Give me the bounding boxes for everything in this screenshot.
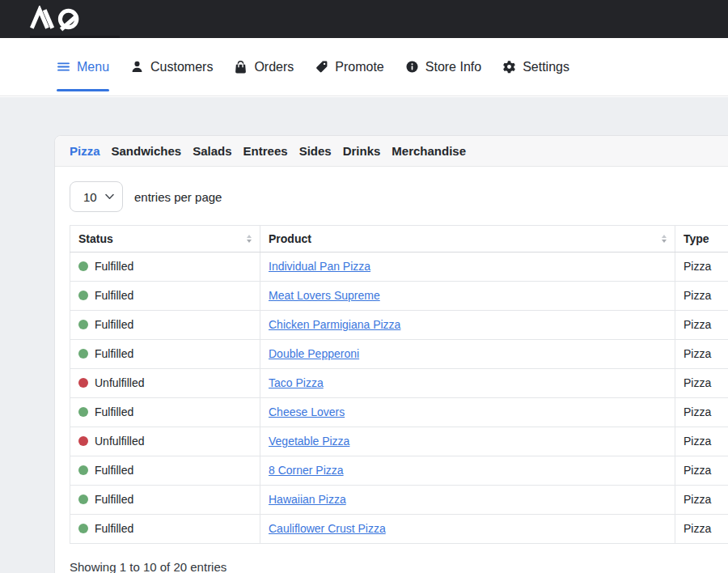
product-link[interactable]: Vegetable Pizza <box>269 435 349 448</box>
product-cell: Vegetable Pizza <box>260 427 675 456</box>
status-cell: Unfulfilled <box>70 427 260 456</box>
product-link[interactable]: Hawaiian Pizza <box>269 493 346 506</box>
type-cell: Pizza <box>675 398 728 427</box>
tab-pizza[interactable]: Pizza <box>70 144 100 158</box>
type-label: Pizza <box>684 318 711 331</box>
type-label: Pizza <box>684 405 711 418</box>
main-nav: Menu Customers Orders Promote Store Info… <box>0 38 728 96</box>
table-row: Fulfilled Cauliflower Crust Pizza Pizza <box>70 515 728 544</box>
status-label: Unfulfilled <box>95 435 144 448</box>
product-link[interactable]: Double Pepperoni <box>269 347 359 360</box>
card-body: 10 entries per page Status <box>55 167 728 573</box>
type-cell: Pizza <box>675 282 728 311</box>
product-link[interactable]: Taco Pizza <box>269 376 324 389</box>
table-row: Fulfilled Chicken Parmigiana Pizza Pizza <box>70 311 728 340</box>
column-header-product[interactable]: Product <box>260 226 675 253</box>
status-cell: Fulfilled <box>70 515 260 544</box>
status-label: Fulfilled <box>95 289 133 302</box>
table-row: Fulfilled Cheese Lovers Pizza <box>70 398 728 427</box>
column-label: Type <box>684 232 709 245</box>
nav-items: Menu Customers Orders Promote Store Info… <box>0 38 728 96</box>
type-label: Pizza <box>684 464 711 477</box>
status-cell: Fulfilled <box>70 486 260 515</box>
product-cell: Double Pepperoni <box>260 340 675 369</box>
product-link[interactable]: Cheese Lovers <box>269 405 345 418</box>
tab-drinks[interactable]: Drinks <box>343 144 381 158</box>
status-dot-icon <box>78 494 88 504</box>
product-cell: Chicken Parmigiana Pizza <box>260 311 675 340</box>
product-link[interactable]: Chicken Parmigiana Pizza <box>269 318 400 331</box>
nav-item-promote[interactable]: Promote <box>315 38 383 96</box>
product-cell: Cauliflower Crust Pizza <box>260 515 675 544</box>
type-cell: Pizza <box>675 369 728 398</box>
type-label: Pizza <box>684 522 711 535</box>
type-label: Pizza <box>684 289 711 302</box>
sort-arrows-icon <box>662 235 667 243</box>
table-row: Unfulfilled Taco Pizza Pizza <box>70 369 728 398</box>
tab-salads[interactable]: Salads <box>193 144 231 158</box>
tab-sides[interactable]: Sides <box>299 144 332 158</box>
page-size-select-wrap: 10 <box>70 181 123 212</box>
status-cell: Fulfilled <box>70 340 260 369</box>
tab-merchandise[interactable]: Merchandise <box>392 144 466 158</box>
type-cell: Pizza <box>675 456 728 486</box>
status-cell: Fulfilled <box>70 456 260 486</box>
status-dot-icon <box>78 378 88 388</box>
table-header-row: Status Product Type <box>70 226 728 253</box>
type-cell: Pizza <box>675 311 728 340</box>
gear-icon <box>502 60 516 74</box>
column-header-type[interactable]: Type <box>675 226 728 253</box>
nav-item-label: Store Info <box>425 60 481 74</box>
menu-card: PizzaSandwichesSaladsEntreesSidesDrinksM… <box>54 135 728 573</box>
status-dot-icon <box>78 261 88 271</box>
type-label: Pizza <box>684 376 711 389</box>
product-link[interactable]: Individual Pan Pizza <box>269 260 370 273</box>
page-size-select[interactable]: 10 <box>70 181 123 212</box>
product-cell: Meat Lovers Supreme <box>260 282 675 311</box>
type-cell: Pizza <box>675 515 728 544</box>
product-link[interactable]: Meat Lovers Supreme <box>269 289 380 302</box>
table-row: Unfulfilled Vegetable Pizza Pizza <box>70 427 728 456</box>
nav-item-orders[interactable]: Orders <box>234 38 294 96</box>
product-cell: Taco Pizza <box>260 369 675 398</box>
menu-icon <box>57 60 70 74</box>
status-cell: Unfulfilled <box>70 369 260 398</box>
nav-item-label: Orders <box>254 60 294 74</box>
nav-item-store-info[interactable]: Store Info <box>405 38 481 96</box>
product-link[interactable]: 8 Corner Pizza <box>269 464 344 477</box>
nav-item-customers[interactable]: Customers <box>130 38 213 96</box>
status-cell: Fulfilled <box>70 398 260 427</box>
info-icon <box>405 60 419 74</box>
nav-item-menu[interactable]: Menu <box>57 38 109 96</box>
status-label: Fulfilled <box>95 464 133 477</box>
tab-entrees[interactable]: Entrees <box>243 144 288 158</box>
status-dot-icon <box>78 349 88 359</box>
bag-icon <box>234 60 248 74</box>
type-label: Pizza <box>684 347 711 360</box>
nav-item-label: Customers <box>150 60 213 74</box>
column-header-status[interactable]: Status <box>70 226 260 253</box>
nav-item-settings[interactable]: Settings <box>502 38 569 96</box>
type-label: Pizza <box>684 435 711 448</box>
sort-arrows-icon <box>247 235 252 243</box>
tab-sandwiches[interactable]: Sandwiches <box>112 144 182 158</box>
type-cell: Pizza <box>675 340 728 369</box>
tag-icon <box>315 60 328 74</box>
status-cell: Fulfilled <box>70 311 260 340</box>
entries-row: 10 entries per page <box>70 181 728 212</box>
status-dot-icon <box>78 407 88 417</box>
products-table: Status Product Type <box>70 225 728 544</box>
table-row: Fulfilled Individual Pan Pizza Pizza <box>70 253 728 282</box>
product-cell: Hawaiian Pizza <box>260 486 675 515</box>
type-label: Pizza <box>684 260 711 273</box>
showing-entries-text: Showing 1 to 10 of 20 entries <box>70 560 728 573</box>
status-label: Fulfilled <box>95 493 133 506</box>
status-label: Fulfilled <box>95 260 133 273</box>
product-link[interactable]: Cauliflower Crust Pizza <box>269 522 386 535</box>
product-cell: Cheese Lovers <box>260 398 675 427</box>
category-tabs: PizzaSandwichesSaladsEntreesSidesDrinksM… <box>55 136 728 167</box>
status-dot-icon <box>78 524 88 533</box>
product-cell: Individual Pan Pizza <box>260 253 675 282</box>
nav-item-label: Menu <box>77 60 109 74</box>
column-label: Status <box>78 232 113 245</box>
